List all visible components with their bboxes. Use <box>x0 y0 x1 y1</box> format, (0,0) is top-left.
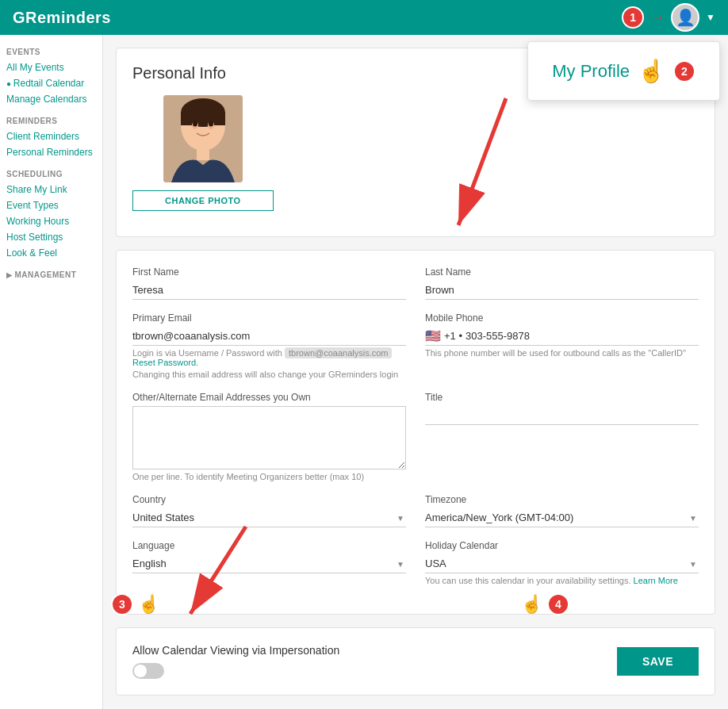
title-group: Title <box>425 392 699 481</box>
last-name-input[interactable] <box>425 281 699 300</box>
country-select[interactable]: United States Canada United Kingdom <box>132 508 406 527</box>
main-content: Personal Info <box>103 35 728 709</box>
personal-info-title: Personal Info <box>132 64 226 82</box>
mobile-phone-group: Mobile Phone 🇺🇸 +1 • This phone number w… <box>425 312 699 379</box>
last-name-label: Last Name <box>425 266 699 278</box>
hand-cursor-icon: ☝️ <box>638 58 665 84</box>
primary-email-label: Primary Email <box>132 312 406 324</box>
primary-email-group: Primary Email Login is via Username / Pa… <box>132 312 406 379</box>
impersonation-toggle[interactable] <box>132 663 164 679</box>
save-button[interactable]: SAVE <box>617 647 699 676</box>
events-section-title: EVENTS <box>6 48 96 56</box>
step2-badge: 2 <box>673 60 695 82</box>
holiday-select-wrapper: USA Canada UK ▼ <box>425 554 699 573</box>
language-label: Language <box>132 540 406 551</box>
timezone-group: Timezone America/New_York (GMT-04:00) Am… <box>425 494 699 527</box>
phone-input-group: 🇺🇸 +1 • <box>425 327 699 346</box>
impersonation-section: Allow Calendar Viewing via Impersonation <box>132 644 339 679</box>
step3-annotation: 3 ☝️ <box>111 593 159 615</box>
sidebar-item-event-types[interactable]: Event Types <box>6 197 96 213</box>
timezone-select-wrapper: America/New_York (GMT-04:00) America/Chi… <box>425 508 699 527</box>
holiday-select[interactable]: USA Canada UK <box>425 554 699 573</box>
country-select-wrapper: United States Canada United Kingdom ▼ <box>132 508 406 527</box>
svg-point-6 <box>193 121 197 127</box>
sidebar-item-manage-calendars[interactable]: Manage Calendars <box>6 91 96 107</box>
step1-badge: 1 <box>622 6 644 29</box>
first-name-input[interactable] <box>132 281 406 300</box>
impersonation-label: Allow Calendar Viewing via Impersonation <box>132 644 339 657</box>
phone-country-code: +1 • <box>444 330 462 342</box>
login-hint: Login is via Username / Password with tb… <box>132 348 406 367</box>
profile-photo-area: CHANGE PHOTO <box>132 95 274 211</box>
title-label: Title <box>425 392 699 403</box>
first-name-label: First Name <box>132 266 406 278</box>
phone-flag-icon: 🇺🇸 <box>425 328 441 343</box>
timezone-select[interactable]: America/New_York (GMT-04:00) America/Chi… <box>425 508 699 527</box>
scheduling-section-title: SCHEDULING <box>6 170 96 178</box>
holiday-group: Holiday Calendar USA Canada UK ▼ You can… <box>425 540 699 585</box>
alternate-email-hint: One per line. To identify Meeting Organi… <box>132 472 406 481</box>
app-header: GReminders 1 → 👤 ▼ <box>0 0 728 35</box>
svg-rect-3 <box>181 113 225 125</box>
country-group: Country United States Canada United King… <box>132 494 406 527</box>
header-right: 1 → 👤 ▼ <box>622 3 715 32</box>
country-label: Country <box>132 494 406 505</box>
sidebar-item-host-settings[interactable]: Host Settings <box>6 229 96 245</box>
title-input[interactable] <box>425 406 699 425</box>
avatar-dropdown-arrow[interactable]: ▼ <box>706 12 715 23</box>
alternate-email-group: Other/Alternate Email Addresses you Own … <box>132 392 406 481</box>
personal-info-form: First Name Last Name Primary Email Login… <box>116 250 715 615</box>
timezone-label: Timezone <box>425 494 699 505</box>
learn-more-link[interactable]: Learn More <box>634 576 678 585</box>
alt-email-title-row: Other/Alternate Email Addresses you Own … <box>132 392 699 481</box>
app-logo: GReminders <box>13 9 111 27</box>
email-phone-row: Primary Email Login is via Username / Pa… <box>132 312 699 379</box>
mobile-phone-label: Mobile Phone <box>425 312 699 324</box>
change-photo-button[interactable]: CHANGE PHOTO <box>132 190 274 211</box>
holiday-label: Holiday Calendar <box>425 540 699 551</box>
mobile-phone-input[interactable] <box>466 327 699 345</box>
step4-badge: 4 <box>547 593 569 615</box>
arrow-right-icon: → <box>650 10 665 26</box>
first-name-group: First Name <box>132 266 406 300</box>
app-layout: EVENTS All My Events Redtail Calendar Ma… <box>0 35 728 709</box>
step3-badge: 3 <box>111 593 133 615</box>
sidebar-item-redtail-calendar[interactable]: Redtail Calendar <box>6 75 96 91</box>
svg-rect-8 <box>197 149 209 160</box>
country-timezone-row: Country United States Canada United King… <box>132 494 699 527</box>
profile-avatar <box>163 95 243 182</box>
sidebar-item-share-my-link[interactable]: Share My Link <box>6 182 96 197</box>
sidebar-item-client-reminders[interactable]: Client Reminders <box>6 128 96 144</box>
reset-password-link[interactable]: Reset Password. <box>132 358 198 367</box>
avatar[interactable]: 👤 <box>671 3 699 32</box>
alternate-email-input[interactable] <box>132 406 406 469</box>
sidebar: EVENTS All My Events Redtail Calendar Ma… <box>0 35 103 709</box>
reminders-section-title: REMINDERS <box>6 117 96 125</box>
email-change-hint: Changing this email address will also ch… <box>132 370 406 379</box>
avatar-image <box>163 95 243 182</box>
language-holiday-row: Language English Spanish French ▼ Holida… <box>132 540 699 585</box>
hand4-cursor-icon: ☝️ <box>521 594 542 615</box>
sidebar-item-look-feel[interactable]: Look & Feel <box>6 245 96 261</box>
management-section-title: MANAGEMENT <box>6 270 96 279</box>
language-select[interactable]: English Spanish French <box>132 554 406 573</box>
language-select-wrapper: English Spanish French ▼ <box>132 554 406 573</box>
my-profile-popup: My Profile ☝️ 2 <box>527 41 720 101</box>
name-row: First Name Last Name <box>132 266 699 300</box>
alternate-email-label: Other/Alternate Email Addresses you Own <box>132 392 406 403</box>
sidebar-item-personal-reminders[interactable]: Personal Reminders <box>6 144 96 160</box>
my-profile-label: My Profile <box>552 61 630 82</box>
step4-annotation: ☝️ 4 <box>521 593 569 615</box>
holiday-hint: You can use this calendar in your availa… <box>425 576 699 585</box>
email-chip: tbrown@coaanalysis.com <box>285 347 393 358</box>
bottom-card: Allow Calendar Viewing via Impersonation… <box>116 627 715 696</box>
language-group: Language English Spanish French ▼ <box>132 540 406 585</box>
last-name-group: Last Name <box>425 266 699 300</box>
primary-email-input[interactable] <box>132 327 406 346</box>
sidebar-item-all-my-events[interactable]: All My Events <box>6 59 96 75</box>
phone-hint: This phone number will be used for outbo… <box>425 348 699 358</box>
svg-point-7 <box>209 121 213 127</box>
sidebar-item-working-hours[interactable]: Working Hours <box>6 213 96 229</box>
hand3-cursor-icon: ☝️ <box>138 594 159 615</box>
